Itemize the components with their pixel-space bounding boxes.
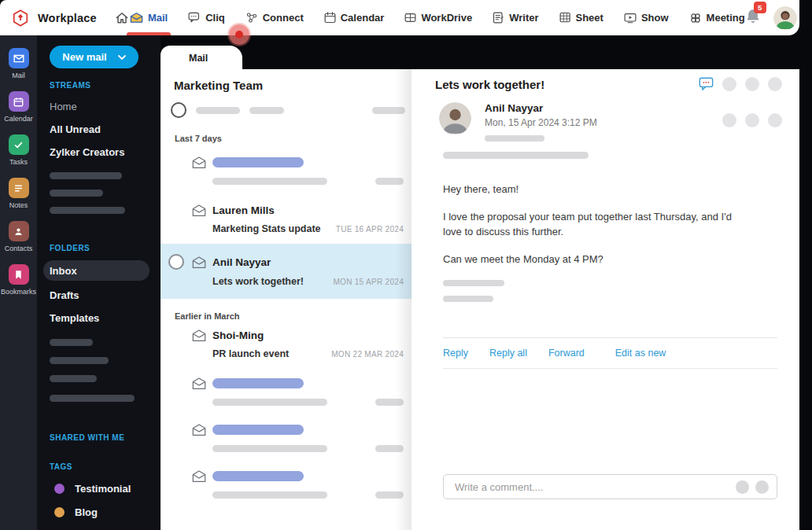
topnav-workdrive[interactable]: WorkDrive [404, 0, 472, 35]
mail-list-item-skeleton[interactable] [161, 423, 412, 452]
comment-action-button[interactable] [736, 480, 749, 494]
sender-avatar [439, 102, 471, 134]
writer-icon [493, 12, 504, 24]
active-tab-underline [127, 32, 171, 35]
toolbar-skeleton-bar [196, 107, 240, 114]
app-rail: Mail Calendar Tasks Notes Contacts Bookm… [0, 35, 37, 530]
sidebar-item-templates[interactable]: Templates [50, 312, 161, 324]
sidebar-skeleton-bar [50, 172, 122, 179]
rail-item-bookmarks[interactable]: Bookmarks [0, 264, 37, 296]
mail-subject: Lets work together! [212, 276, 304, 287]
mail-item-checkbox[interactable] [168, 254, 184, 270]
signature-skeleton-bar [443, 280, 504, 286]
message-action-button[interactable] [745, 113, 759, 127]
message-action-button[interactable] [768, 113, 782, 127]
comments-icon[interactable] [699, 77, 714, 91]
mail-date: MON 15 APR 2024 [333, 278, 404, 286]
reader-action-button[interactable] [722, 77, 736, 91]
comment-input[interactable] [455, 481, 736, 493]
zoho-workplace-app: Workplace Mail Cliq Connect Calendar [0, 0, 812, 530]
topbar-right: 5 [745, 6, 812, 30]
reply-link[interactable]: Reply [443, 348, 468, 359]
rail-item-contacts[interactable]: Contacts [0, 221, 37, 252]
meta-skeleton-bar [443, 152, 589, 159]
sidebar-item-all-unread[interactable]: All Unread [50, 123, 161, 135]
mail-list-item-skeleton[interactable] [161, 377, 412, 406]
reply-all-link[interactable]: Reply all [489, 348, 527, 359]
home-icon[interactable] [114, 10, 130, 26]
mail-sidebar: New mail STREAMS Home All Unread Zylker … [37, 35, 161, 530]
rail-item-mail[interactable]: Mail [0, 48, 37, 79]
select-all-row [171, 102, 405, 118]
new-mail-button[interactable]: New mail [50, 46, 138, 68]
skeleton-subject-bar [212, 471, 304, 481]
tag-item-blog[interactable]: Blog [54, 506, 161, 518]
skeleton-date-bar [375, 399, 404, 406]
message-action-button[interactable] [722, 113, 736, 127]
toolbar-skeleton-bar [372, 107, 405, 114]
topnav-cliq[interactable]: Cliq [188, 0, 225, 35]
tasks-app-icon [9, 134, 29, 155]
tag-item-testimonial[interactable]: Testimonial [54, 483, 161, 495]
mail-date: MON 22 MAR 2024 [331, 350, 404, 359]
top-navigation: Mail Cliq Connect Calendar WorkDrive [130, 0, 745, 35]
topnav-sheet[interactable]: Sheet [559, 0, 603, 35]
sidebar-item-drafts[interactable]: Drafts [50, 289, 161, 301]
sidebar-skeleton-bar [50, 375, 97, 382]
sidebar-skeleton-bar [50, 190, 103, 197]
sidebar-item-zylker-creators[interactable]: Zylker Creators [50, 146, 161, 158]
mail-app-icon [9, 48, 29, 68]
message-body: Hey there, team! I love the proposal you… [412, 182, 789, 267]
topnav-connect[interactable]: Connect [245, 0, 304, 35]
connect-icon [245, 12, 258, 24]
user-avatar[interactable] [773, 6, 797, 30]
skeleton-subject-bar [212, 425, 304, 435]
notifications-bell-icon[interactable]: 5 [745, 8, 761, 28]
sidebar-skeleton-bar [50, 339, 93, 346]
mail-panel-tab[interactable]: Mail [161, 46, 242, 71]
sidebar-item-home[interactable]: Home [50, 101, 161, 112]
tag-color-dot [54, 507, 65, 517]
streams-section-label: STREAMS [50, 81, 161, 90]
select-all-checkbox[interactable] [171, 102, 186, 118]
edit-as-new-link[interactable]: Edit as new [615, 348, 666, 359]
workplace-logo-icon[interactable] [11, 9, 30, 28]
topnav-meeting[interactable]: Meeting [689, 0, 745, 35]
mail-subject: PR launch event [212, 348, 289, 359]
envelope-icon [191, 156, 207, 169]
topnav-calendar[interactable]: Calendar [324, 0, 385, 35]
forward-link[interactable]: Forward [548, 348, 585, 359]
envelope-icon [191, 469, 207, 483]
sender-block: Anil Nayyar Mon, 15 Apr 2024 3:12 PM [412, 91, 799, 142]
contacts-app-icon [9, 221, 29, 241]
skeleton-date-bar [375, 445, 404, 452]
comment-action-button[interactable] [755, 480, 769, 494]
reply-actions: Reply Reply all Forward Edit as new [412, 338, 799, 368]
rail-item-tasks[interactable]: Tasks [0, 134, 37, 166]
bookmarks-app-icon [9, 264, 29, 285]
reader-action-button[interactable] [745, 77, 759, 91]
recipient-skeleton-bar [485, 135, 544, 142]
mail-list-item-skeleton[interactable] [161, 469, 412, 499]
skeleton-preview-bar [212, 178, 327, 185]
topnav-show[interactable]: Show [624, 0, 669, 35]
notes-app-icon [9, 178, 29, 198]
signature-skeleton-bar [443, 296, 493, 302]
list-group-label: Earlier in March [175, 311, 412, 321]
rail-item-calendar[interactable]: Calendar [0, 91, 37, 123]
rail-item-notes[interactable]: Notes [0, 178, 37, 209]
shared-with-me-label[interactable]: SHARED WITH ME [50, 433, 161, 442]
mail-list-item-skeleton[interactable] [161, 156, 412, 185]
topnav-writer[interactable]: Writer [493, 0, 538, 35]
mail-list-item[interactable]: Lauren Mills Marketing Stats update TUE … [161, 204, 412, 234]
reader-action-button[interactable] [768, 77, 782, 91]
mail-list-item-selected[interactable]: Anil Nayyar Lets work together! MON 15 A… [161, 244, 412, 299]
reader-subject: Lets work together! [435, 78, 544, 91]
sidebar-item-inbox[interactable]: Inbox [43, 260, 149, 281]
topnav-mail[interactable]: Mail [130, 0, 168, 35]
message-actions [722, 113, 782, 142]
envelope-icon [191, 377, 207, 390]
sidebar-skeleton-bar [50, 395, 135, 402]
skeleton-date-bar [375, 178, 404, 185]
mail-list-item[interactable]: Shoi-Ming PR launch event MON 22 MAR 202… [161, 329, 412, 359]
